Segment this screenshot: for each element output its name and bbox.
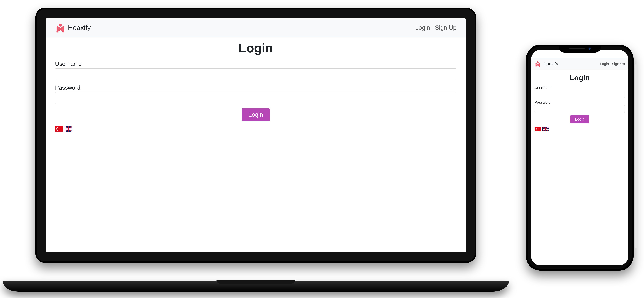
flag-uk-icon[interactable] [542,127,549,131]
flag-tr-icon[interactable]: ★ [55,126,63,132]
svg-point-13 [536,66,536,67]
password-label: Password [55,84,456,91]
nav-signup-link[interactable]: Sign Up [612,62,625,66]
username-label: Username [534,86,625,90]
laptop-lid: Hoaxify Login Sign Up Login Username Pas… [36,8,476,263]
username-input[interactable] [55,68,456,80]
login-page: Login Username Password Login ★ [46,37,466,252]
language-selector: ★ [534,127,625,131]
password-group: Password [534,100,625,113]
page-title: Login [55,41,456,55]
password-label: Password [534,100,625,104]
username-group: Username [55,61,456,80]
laptop-hinge-notch [216,280,295,284]
svg-point-4 [62,31,64,33]
phone-camera-icon [588,48,590,50]
username-group: Username [534,86,625,98]
svg-point-3 [56,31,58,33]
nav-links: Login Sign Up [600,62,625,66]
svg-point-14 [539,66,540,67]
page-title: Login [534,73,625,82]
nav-login-link[interactable]: Login [415,24,430,31]
username-input[interactable] [534,91,625,98]
nav-links: Login Sign Up [415,24,456,31]
svg-rect-19 [542,129,549,129]
login-page: Login Username Password Login ★ [531,70,628,265]
brand-logo-icon [534,61,541,67]
password-input[interactable] [534,105,625,113]
svg-point-0 [59,24,62,27]
brand-link[interactable]: Hoaxify [55,22,91,33]
flag-uk-icon[interactable] [64,126,72,132]
brand-name: Hoaxify [543,61,558,66]
login-button[interactable]: Login [242,108,270,121]
navbar: Hoaxify Login Sign Up [531,58,628,70]
phone-device: Hoaxify Login Sign Up Login Username Pas… [526,45,634,270]
laptop-screen: Hoaxify Login Sign Up Login Username Pas… [46,18,466,252]
phone-notch [559,45,601,53]
app-desktop: Hoaxify Login Sign Up Login Username Pas… [46,18,466,252]
username-label: Username [55,61,456,67]
phone-screen: Hoaxify Login Sign Up Login Username Pas… [531,50,628,265]
brand-link[interactable]: Hoaxify [534,61,558,67]
nav-signup-link[interactable]: Sign Up [435,24,456,31]
phone-scrollbar[interactable] [634,64,638,248]
svg-point-10 [537,61,538,63]
password-input[interactable] [55,92,456,104]
laptop-base [2,281,509,291]
language-selector: ★ [55,126,456,132]
laptop-device: Hoaxify Login Sign Up Login Username Pas… [2,8,509,291]
svg-rect-9 [65,128,72,129]
brand-logo-icon [55,22,66,33]
nav-login-link[interactable]: Login [600,62,609,66]
app-mobile: Hoaxify Login Sign Up Login Username Pas… [531,50,628,265]
password-group: Password [55,84,456,104]
flag-tr-icon[interactable]: ★ [534,127,541,131]
brand-name: Hoaxify [68,24,91,32]
navbar: Hoaxify Login Sign Up [46,18,466,37]
login-button[interactable]: Login [570,115,589,123]
phone-speaker-icon [569,48,584,49]
